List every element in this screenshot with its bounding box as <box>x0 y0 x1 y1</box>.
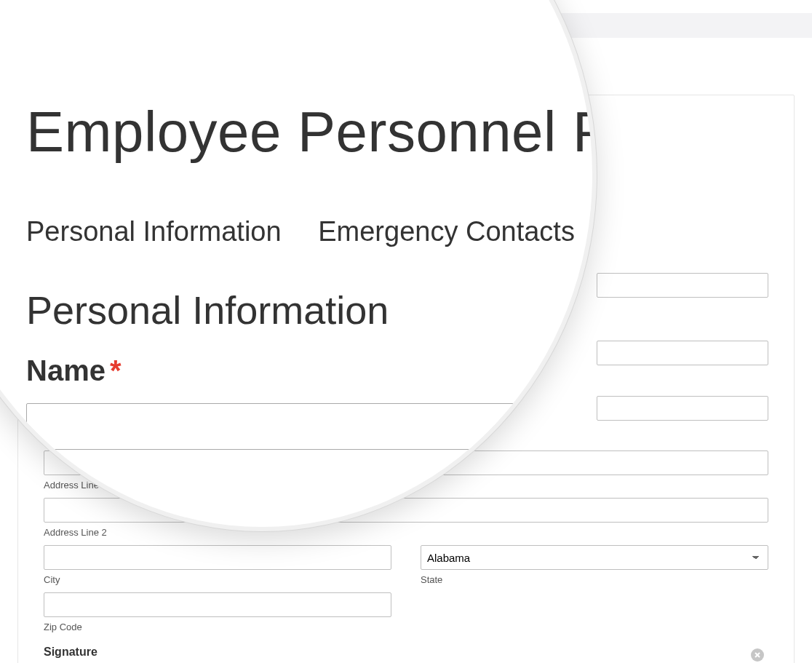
required-indicator: * <box>110 354 122 387</box>
section-heading: Personal Information <box>26 287 597 333</box>
signature-block: Signature <box>44 646 768 663</box>
tab-row: Personal Information Emergency Contacts … <box>26 216 597 247</box>
state-select[interactable]: Alabama <box>421 545 768 570</box>
zip-sublabel: Zip Code <box>44 622 391 632</box>
tab-personal-information[interactable]: Personal Information <box>26 216 282 247</box>
city-sublabel: City <box>44 574 391 585</box>
name-label: Name <box>26 354 106 387</box>
zip-input[interactable] <box>44 592 391 617</box>
state-sublabel: State <box>421 574 768 585</box>
name-input[interactable] <box>26 403 550 450</box>
tab-emergency-contacts[interactable]: Emergency Contacts <box>318 216 575 247</box>
signature-label: Signature <box>44 646 768 659</box>
city-input[interactable] <box>44 545 391 570</box>
page-title: Employee Personnel Profile <box>26 99 597 165</box>
close-icon[interactable] <box>751 648 764 662</box>
name-field-label-row: Name * <box>26 354 597 387</box>
address-line2-sublabel: Address Line 2 <box>44 527 768 538</box>
